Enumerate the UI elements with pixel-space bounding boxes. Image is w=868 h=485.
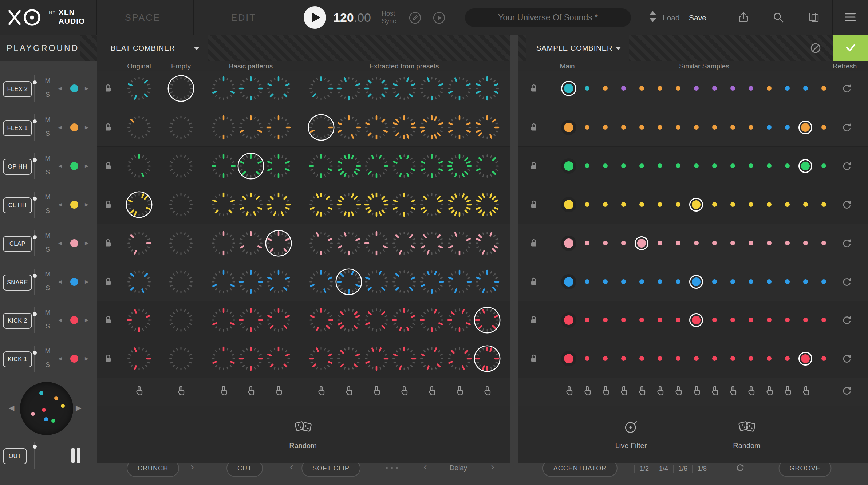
beat-pattern-cell[interactable] xyxy=(210,229,237,257)
beat-pattern-cell[interactable] xyxy=(363,306,390,334)
save-button[interactable]: Save xyxy=(689,0,706,35)
live-filter-button[interactable]: Live Filter xyxy=(615,418,647,450)
similar-sample-dot[interactable] xyxy=(730,163,735,168)
channel-volume-slider[interactable] xyxy=(34,153,35,179)
beat-pattern-cell[interactable] xyxy=(125,345,153,372)
similar-sample-dot[interactable] xyxy=(821,356,826,361)
similar-sample-dot[interactable] xyxy=(694,241,699,245)
similar-sample-dot[interactable] xyxy=(658,86,662,91)
similar-sample-dot[interactable] xyxy=(749,356,753,361)
sample-random-button[interactable]: Random xyxy=(733,418,761,450)
channel-prev-sample-arrow[interactable]: ◀ xyxy=(58,86,62,91)
similar-sample-dot[interactable] xyxy=(767,356,772,361)
similar-sample-dot[interactable] xyxy=(603,241,608,245)
main-sample-dot[interactable] xyxy=(561,120,576,135)
beat-pattern-cell[interactable] xyxy=(446,152,473,180)
lock-icon[interactable] xyxy=(529,161,538,171)
lock-icon[interactable] xyxy=(104,161,113,171)
tap-preview-icon[interactable] xyxy=(619,386,628,397)
channel-next-sample-arrow[interactable]: ▶ xyxy=(85,202,88,207)
meter-bar-right[interactable] xyxy=(77,448,80,463)
beat-pattern-cell[interactable] xyxy=(473,268,501,296)
beat-pattern-cell[interactable] xyxy=(307,75,335,102)
beat-pattern-cell[interactable] xyxy=(167,345,195,372)
tap-preview-icon[interactable] xyxy=(316,386,326,397)
beat-pattern-cell[interactable] xyxy=(473,229,501,257)
beat-pattern-cell[interactable] xyxy=(237,114,265,141)
similar-sample-dot[interactable] xyxy=(730,356,735,361)
beat-pattern-cell[interactable] xyxy=(363,268,390,296)
beat-pattern-cell[interactable] xyxy=(363,75,390,102)
beat-pattern-cell[interactable] xyxy=(363,152,390,180)
meter-bar-left[interactable] xyxy=(71,448,75,463)
similar-sample-dot[interactable] xyxy=(694,163,699,168)
beat-pattern-cell[interactable] xyxy=(418,191,446,218)
channel-prev-sample-arrow[interactable]: ◀ xyxy=(58,202,62,207)
tap-preview-icon[interactable] xyxy=(482,386,492,397)
channel-volume-slider[interactable] xyxy=(34,230,35,256)
menu-icon[interactable] xyxy=(844,12,856,25)
beat-pattern-cell[interactable] xyxy=(167,114,195,141)
beat-pattern-cell[interactable] xyxy=(167,306,195,334)
beat-pattern-cell[interactable] xyxy=(390,114,418,141)
channel-volume-handle[interactable] xyxy=(33,119,37,123)
similar-sample-dot-selected[interactable] xyxy=(635,236,648,250)
rate-1-2[interactable]: 1/2 xyxy=(634,465,654,473)
similar-sample-dot[interactable] xyxy=(639,125,644,130)
similar-sample-dot[interactable] xyxy=(676,241,680,245)
similar-sample-dot-selected[interactable] xyxy=(689,313,703,327)
channel-solo-button[interactable]: S xyxy=(43,361,52,369)
beat-pattern-cell[interactable] xyxy=(446,268,473,296)
similar-sample-dot[interactable] xyxy=(621,202,626,207)
similar-sample-dot[interactable] xyxy=(730,125,735,130)
beat-pattern-cell[interactable] xyxy=(307,191,335,218)
lock-icon[interactable] xyxy=(529,200,538,210)
beat-pattern-cell[interactable] xyxy=(446,114,473,141)
similar-sample-dot[interactable] xyxy=(603,202,608,207)
tap-preview-icon[interactable] xyxy=(783,386,792,397)
beat-pattern-cell[interactable] xyxy=(390,306,418,334)
beat-pattern-cell[interactable] xyxy=(335,229,363,257)
delay-label[interactable]: Delay xyxy=(450,464,467,472)
channel-mute-button[interactable]: M xyxy=(43,77,52,85)
similar-sample-dot[interactable] xyxy=(639,202,644,207)
beat-pattern-cell[interactable] xyxy=(210,152,237,180)
refresh-row-icon[interactable] xyxy=(841,353,853,364)
similar-sample-dot[interactable] xyxy=(676,202,680,207)
similar-sample-dot[interactable] xyxy=(749,163,753,168)
beat-pattern-cell[interactable] xyxy=(125,229,153,257)
tap-preview-icon[interactable] xyxy=(372,386,381,397)
main-sample-dot[interactable] xyxy=(561,158,576,174)
similar-sample-dot[interactable] xyxy=(749,125,753,130)
similar-sample-dot[interactable] xyxy=(821,163,826,168)
beat-pattern-cell[interactable] xyxy=(446,75,473,102)
lock-icon[interactable] xyxy=(104,277,113,287)
similar-sample-dot[interactable] xyxy=(767,86,772,91)
channel-label-cl-hh[interactable]: CL HH xyxy=(3,197,32,213)
lock-icon[interactable] xyxy=(104,200,113,210)
similar-sample-dot[interactable] xyxy=(658,318,662,322)
channel-volume-slider[interactable] xyxy=(34,307,35,333)
similar-sample-dot[interactable] xyxy=(639,86,644,91)
discard-icon[interactable] xyxy=(809,42,822,55)
channel-next-sample-arrow[interactable]: ▶ xyxy=(85,86,88,91)
similar-sample-dot[interactable] xyxy=(803,202,808,207)
tap-preview-icon[interactable] xyxy=(765,386,774,397)
beat-pattern-cell[interactable] xyxy=(335,75,363,102)
beat-pattern-cell[interactable] xyxy=(418,306,446,334)
similar-sample-dot[interactable] xyxy=(585,241,589,245)
beat-pattern-cell[interactable] xyxy=(125,152,153,180)
edit-pencil-icon[interactable] xyxy=(409,11,422,24)
tap-preview-icon[interactable] xyxy=(746,386,756,397)
similar-sample-dot[interactable] xyxy=(603,163,608,168)
beat-pattern-cell[interactable] xyxy=(335,345,363,372)
channel-label-op-hh[interactable]: OP HH xyxy=(3,159,32,175)
tap-preview-icon[interactable] xyxy=(399,386,409,397)
lock-icon[interactable] xyxy=(529,354,538,364)
channel-volume-slider[interactable] xyxy=(34,75,35,102)
beat-pattern-cell[interactable] xyxy=(237,229,265,257)
beat-pattern-cell[interactable] xyxy=(390,268,418,296)
similar-sample-dot[interactable] xyxy=(676,356,680,361)
similar-sample-dot[interactable] xyxy=(585,86,589,91)
channel-volume-slider[interactable] xyxy=(34,114,35,141)
